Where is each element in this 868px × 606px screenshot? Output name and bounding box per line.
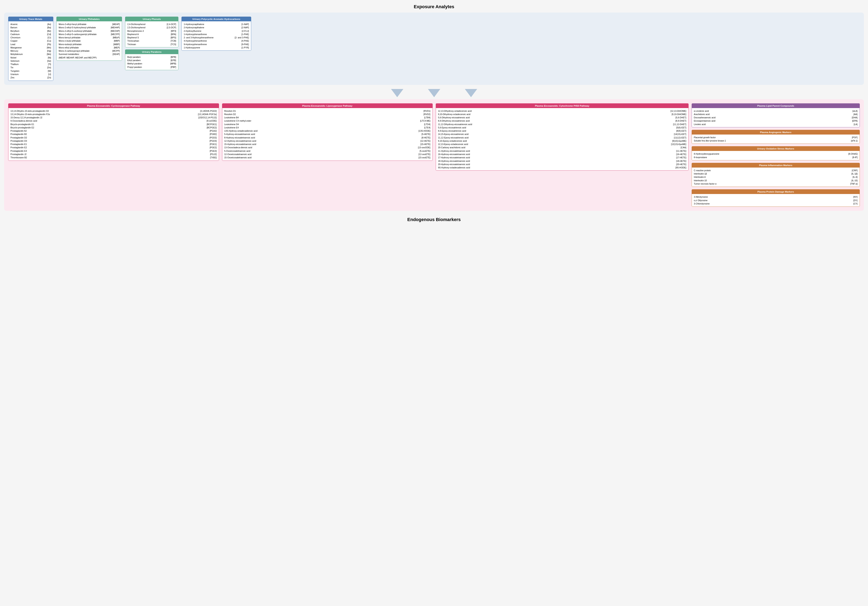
analyte-name: Resolvin D2 bbox=[224, 113, 422, 116]
analyte-abbr: [EPA] bbox=[852, 119, 857, 122]
analyte-name: C-reactive protein bbox=[694, 169, 850, 172]
list-item: 13-Oxooctadeca-dienoic acid[13-oxoODE] bbox=[224, 146, 431, 149]
list-item: Leukotriene B4[LTB4] bbox=[224, 116, 431, 119]
analyte-name: 1-Hydroxypyrene bbox=[184, 46, 239, 49]
list-item: 1-Hydroxynapthalene[1-NAP] bbox=[184, 23, 249, 26]
analyte-name: Chromium bbox=[11, 36, 45, 39]
list-item: Prostaglandin A2[PGA2] bbox=[11, 129, 217, 132]
analyte-name: Bicyclo-prostaglandin E1 bbox=[11, 122, 205, 126]
analyte-abbr: [BP3] bbox=[171, 29, 176, 33]
lipid-body: α-Linolenic acid[αLA]Arachidonic acid[AA… bbox=[692, 108, 860, 127]
analyte-name: Interleukin-10 bbox=[694, 179, 849, 182]
analyte-abbr: [MiBP] bbox=[113, 43, 120, 46]
pah-box: Urinary Polycyclic Aromatic Hydrocarbons… bbox=[181, 17, 251, 51]
list-item: 13,14-Dihydro-15-keto-prostaglandin F2α[… bbox=[11, 113, 217, 116]
analyte-abbr: [17-HETE] bbox=[676, 156, 686, 159]
analyte-abbr: [U] bbox=[48, 73, 51, 76]
analyte-abbr: [IL-10] bbox=[851, 179, 857, 182]
list-item: Interleukin-1β[IL-1β] bbox=[694, 172, 857, 175]
analyte-name: 13,14-Dihydro-15-keto-prostaglandin F2α bbox=[11, 113, 196, 116]
trace-metals-header: Urinary Trace Metals bbox=[8, 17, 53, 21]
analyte-abbr: [LTB4] bbox=[424, 116, 431, 119]
analyte-abbr: [18-HETE] bbox=[676, 159, 686, 163]
analyte-name: Selenium bbox=[11, 59, 45, 62]
analyte-abbr: [CRP] bbox=[852, 169, 857, 172]
list-item: C-reactive protein[CRP] bbox=[694, 169, 857, 172]
analyte-abbr: [DY] bbox=[853, 199, 857, 202]
list-item: Nickel[Ni] bbox=[11, 56, 51, 59]
analyte-name: 13S-Hydroxy-octadecadienoic acid bbox=[224, 129, 417, 132]
analyte-abbr: [CY] bbox=[853, 202, 857, 205]
list-item: Thallium[Tl] bbox=[11, 62, 51, 66]
analyte-name: 13-Oxooctadeca-dienoic acid bbox=[224, 146, 416, 149]
analyte-abbr: [12-HETE] bbox=[420, 139, 431, 143]
analyte-abbr: [MPB] bbox=[170, 62, 176, 65]
list-item: Prostaglandin D2[PGD2] bbox=[11, 136, 217, 139]
analyte-name: Interleukin-6 bbox=[694, 175, 851, 178]
parabens-body: Butyl paraben[BPB]Ethyl paraben[EPB]Meth… bbox=[125, 54, 178, 70]
list-item: Benzophenone-3[BP3] bbox=[127, 29, 176, 33]
phenols-parabens-col: Urinary Phenols 2,4-Dichlorophenol[2,4-D… bbox=[125, 17, 178, 70]
analyte-abbr: [12(13)-EpoME] bbox=[671, 143, 686, 146]
analyte-abbr: [αLA] bbox=[852, 109, 857, 113]
analyte-name: Thromboxane B2 bbox=[11, 156, 208, 159]
analyte-name: Prostaglandin D3 bbox=[11, 139, 208, 143]
list-item: Tungsten[W] bbox=[11, 69, 51, 73]
analyte-abbr: [LTD4] bbox=[424, 122, 431, 126]
list-item: 8,9-Epoxy-eicosatrienoic acid[8(9)-EET] bbox=[438, 129, 686, 132]
phenols-header: Urinary Phenols bbox=[125, 17, 178, 21]
analyte-abbr: [Cr] bbox=[48, 36, 51, 39]
analyte-name: 2- and 3-Hydroxyphenanthrene bbox=[184, 36, 233, 39]
analyte-abbr: [11,12-DHET] bbox=[673, 122, 686, 126]
analyte-name: 4-Hydroxyphenanthrene bbox=[184, 39, 239, 42]
arrows-row bbox=[4, 89, 864, 97]
analyte-name: Arachidonic acid bbox=[694, 113, 852, 116]
cyp-box: Plasma Eicosanoids: Cytochrome P450 Path… bbox=[436, 103, 688, 171]
analyte-name: Leukotriene D4 bbox=[224, 122, 422, 126]
analyte-abbr: [DEHP] bbox=[113, 53, 120, 56]
list-item: Arachidonic acid[AA] bbox=[694, 113, 857, 116]
analyte-abbr: [AA] bbox=[853, 113, 857, 116]
list-item: Leukotriene C4 methyl-ester[LTC4-ME] bbox=[224, 119, 431, 122]
analyte-name: 15-Oxoeicosatetraenoic acid bbox=[224, 156, 417, 159]
list-item: Summed metabolites:[DEHP] bbox=[59, 53, 120, 56]
list-item: Triclocarban[TCB] bbox=[127, 39, 176, 42]
list-item: Barium[Ba] bbox=[11, 26, 51, 29]
analyte-abbr: [5,6-DHET] bbox=[676, 116, 686, 119]
list-item: α-Linolenic acid[αLA] bbox=[694, 109, 857, 113]
list-item: Chromium[Cr] bbox=[11, 36, 51, 39]
list-item: Mono-3-carboxypropyl phthalate[MCPP] bbox=[59, 49, 120, 53]
analyte-name: 8-Hydroxy-eicosatetraenoic acid bbox=[224, 136, 420, 139]
list-item: Prostaglandin E1[PGE1] bbox=[11, 143, 217, 146]
analyte-name: Mono-2-ethyl-hexyl phthalate bbox=[59, 23, 110, 26]
analyte-name: 20-Hydroxy-eicosatetraenoic acid bbox=[438, 163, 674, 166]
list-item: Mono-ethyl phthalate[MEP] bbox=[59, 46, 120, 49]
analyte-name: Prostaglandin E2 bbox=[11, 146, 208, 149]
list-item: Prostaglandin J2[PGJ2] bbox=[11, 153, 217, 156]
list-item: Selenium[Se] bbox=[11, 59, 51, 62]
list-item: Prostaglandin D3[PGD3] bbox=[11, 139, 217, 143]
list-item: Arsenic[As] bbox=[11, 23, 51, 26]
analyte-abbr: [TCB] bbox=[170, 39, 176, 42]
list-item: 8-Hydroxy-eicosatetraenoic acid[8-HETE] bbox=[224, 136, 431, 139]
list-item: 9,10-Dihydroxy-octadecenoic acid[9,10-Di… bbox=[438, 113, 686, 116]
analyte-abbr: [2-FLU] bbox=[242, 29, 249, 33]
analyte-abbr: [W] bbox=[48, 69, 51, 73]
analyte-name: (MEHP, MEHHP, MEOHP, and MECPP) bbox=[59, 56, 118, 59]
analyte-abbr: [20-HETE] bbox=[676, 163, 686, 166]
list-item: Bisphenol S[BPS] bbox=[127, 36, 176, 39]
inflammation-header: Plasma Inflammation Markers bbox=[692, 163, 860, 167]
analyte-name: Tumor necrosis factor α bbox=[694, 182, 848, 185]
analyte-abbr: [15DO12,14-PGJ2] bbox=[198, 116, 217, 119]
list-item: Resolvin D1[RVD1] bbox=[224, 109, 431, 113]
list-item: Zinc[Zn] bbox=[11, 76, 51, 79]
analyte-name: 1-Hydroxyphenanthrene bbox=[184, 33, 239, 36]
analyte-abbr: [16-HETE] bbox=[676, 153, 686, 156]
analyte-name: 12-Oxoeicosatetraenoic acid bbox=[224, 153, 417, 156]
arrow-3 bbox=[465, 89, 477, 97]
analyte-name: Docosahexaenoic acid bbox=[694, 116, 850, 119]
analyte-abbr: [PBP] bbox=[170, 65, 176, 69]
phthalates-body: Mono-2-ethyl-hexyl phthalate[MEHP]Mono-2… bbox=[57, 21, 122, 60]
analyte-name: Tungsten bbox=[11, 69, 46, 73]
analyte-name: 11-Hydroxy-eicosatetraenoic acid bbox=[438, 149, 674, 153]
